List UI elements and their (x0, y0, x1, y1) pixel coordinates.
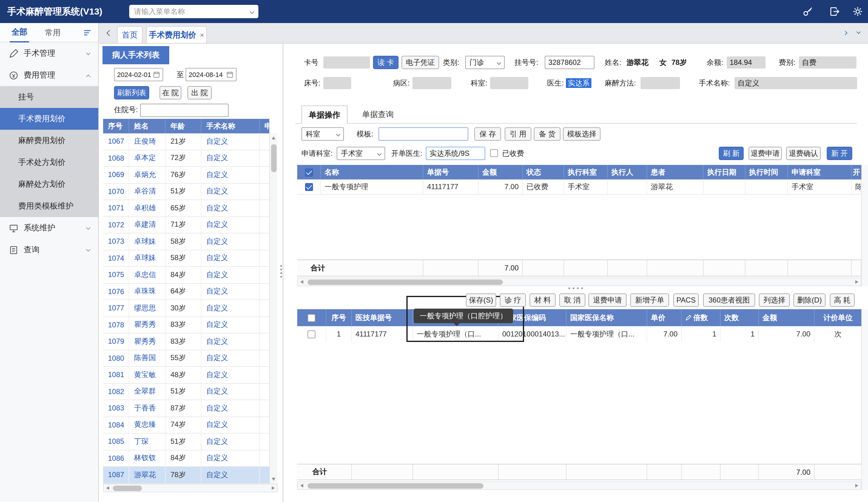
patient-cell-name[interactable]: 于香香 (129, 400, 166, 416)
in-hospital-button[interactable]: 在 院 (159, 86, 182, 100)
ward-input[interactable] (412, 77, 451, 89)
patient-vertical-scrollbar[interactable] (269, 133, 277, 484)
patient-cell-age[interactable]: 51岁 (166, 184, 202, 199)
column-header-amount[interactable]: 金额 (759, 309, 815, 326)
scrollbar-thumb[interactable] (113, 485, 142, 491)
patient-cell-age[interactable]: 83岁 (166, 333, 202, 349)
column-header-seq[interactable]: 序号 (326, 309, 352, 326)
column-header-status[interactable]: 状态 (523, 165, 564, 179)
patient-cell-surg[interactable]: 自定义 (202, 317, 260, 333)
refund-apply-button[interactable]: 退费申请 (748, 147, 782, 160)
patient-cell-seq[interactable]: 1067 (103, 133, 129, 149)
bed-no-input[interactable] (323, 77, 351, 89)
patient-cell-name[interactable]: 黄忠臻 (129, 417, 166, 433)
patient-row[interactable]: 1074卓球妹58岁自定义 (103, 250, 269, 267)
patient-cell-age[interactable]: 83岁 (166, 317, 202, 333)
sidebar-tab-all[interactable]: 全部 (10, 23, 29, 42)
delete-button[interactable]: 删除(D) (793, 293, 826, 307)
patient-cell-seq[interactable]: 1081 (103, 367, 129, 383)
patient-row[interactable]: 1086林钗钗84岁自定义 (103, 450, 269, 467)
patient-cell-age[interactable]: 78岁 (166, 467, 202, 483)
cell-amount[interactable]: 7.00 (759, 326, 815, 342)
patient-360-view-button[interactable]: 360患者视图 (703, 293, 755, 307)
patient-cell-surg[interactable]: 自定义 (202, 350, 260, 366)
e-voucher-button[interactable]: 电子凭证 (402, 56, 439, 69)
patient-cell-seq[interactable]: 1086 (103, 450, 129, 466)
key-icon[interactable] (803, 6, 814, 17)
scroll-left-icon[interactable] (300, 280, 303, 284)
patient-row[interactable]: 1082全翠群51岁自定义 (103, 384, 269, 400)
column-header-surgery[interactable]: 手术名称 (202, 119, 260, 133)
column-header-exec-dept[interactable]: 执行科室 (564, 165, 608, 179)
patient-cell-seq[interactable]: 1068 (103, 150, 129, 166)
cell-multiple[interactable]: 1 (682, 326, 721, 342)
patient-cell-seq[interactable]: 1069 (103, 167, 129, 183)
patient-cell-seq[interactable]: 1074 (103, 250, 129, 266)
template-input[interactable] (379, 127, 468, 141)
refund-apply-detail-button[interactable]: 退费申请 (588, 293, 627, 307)
column-header-unit[interactable]: 计价单位 (815, 309, 861, 326)
exit-icon[interactable] (829, 6, 840, 17)
select-all-cell[interactable] (297, 165, 321, 179)
order-table-vertical-scrollbar[interactable] (861, 165, 868, 286)
cell-insurance-name[interactable]: 一般专项护理（口... (567, 326, 647, 342)
date-from-input[interactable]: 2024-02-01 (114, 68, 163, 81)
column-header-age[interactable]: 年龄 (166, 119, 202, 133)
patient-cell-surg[interactable]: 自定义 (202, 184, 260, 199)
cell-amount[interactable]: 7.00 (478, 179, 523, 194)
chevron-right-icon[interactable] (843, 31, 847, 35)
apply-dept-select[interactable]: 手术室 (337, 147, 385, 160)
sidebar-item-query[interactable]: 查询 (0, 239, 98, 261)
patient-cell-surg[interactable]: 自定义 (202, 417, 260, 433)
patient-cell-age[interactable]: 72岁 (166, 150, 202, 166)
column-header-patient[interactable]: 患者 (647, 165, 704, 179)
cell-name[interactable]: 一般专项护理 (321, 179, 423, 194)
patient-cell-surg[interactable]: 自定义 (202, 250, 260, 266)
row-checkbox[interactable] (305, 183, 313, 191)
patient-cell-seq[interactable]: 1085 (103, 433, 129, 450)
patient-cell-seq[interactable]: 1070 (103, 184, 129, 199)
patient-cell-seq[interactable]: 1083 (103, 400, 129, 416)
patient-row[interactable]: 1078瞿秀秀83岁自定义 (103, 317, 269, 333)
patient-row[interactable]: 1071卓积雄65岁自定义 (103, 200, 269, 217)
scroll-up-icon[interactable] (272, 136, 275, 139)
patient-row[interactable]: 1084黄忠臻74岁自定义 (103, 417, 269, 433)
patient-cell-name[interactable]: 林钗钗 (129, 450, 166, 466)
patient-cell-age[interactable]: 71岁 (166, 217, 202, 233)
patient-row[interactable]: 1087游翠花78岁自定义 (103, 467, 269, 483)
column-header-name[interactable]: 名称 (321, 165, 423, 179)
patient-cell-name[interactable]: 丁琛 (129, 433, 166, 450)
sidebar-item-fee-template-maintenance[interactable]: 费用类模板维护 (0, 195, 98, 217)
admission-no-input[interactable] (140, 104, 229, 117)
patient-row[interactable]: 1081黄宝敏48岁自定义 (103, 367, 269, 384)
sidebar-tab-common[interactable]: 常用 (45, 27, 61, 38)
patient-cell-name[interactable]: 瞿秀秀 (129, 333, 166, 349)
scrollbar-thumb[interactable] (271, 144, 277, 172)
column-header-apply-dept[interactable]: 申请科室 (788, 165, 851, 179)
anesthesia-method-input[interactable] (641, 77, 680, 89)
patient-cell-name[interactable]: 卓忠信 (129, 267, 166, 283)
scroll-right-icon[interactable] (272, 486, 275, 490)
patient-cell-name[interactable]: 缪思思 (129, 300, 166, 316)
patient-cell-seq[interactable]: 1071 (103, 200, 129, 216)
patient-row[interactable]: 1083于香香87岁自定义 (103, 400, 269, 417)
patient-cell-name[interactable]: 卓积雄 (129, 200, 166, 216)
gear-icon[interactable] (852, 6, 863, 17)
surgery-name-input[interactable]: 自定义 (735, 77, 857, 89)
patient-cell-surg[interactable]: 自定义 (202, 384, 260, 399)
patient-cell-surg[interactable]: 自定义 (202, 433, 260, 450)
column-header-doc-no[interactable]: 单据号 (423, 165, 478, 179)
patient-cell-seq[interactable]: 1075 (103, 267, 129, 283)
stock-button[interactable]: 备 货 (534, 127, 560, 141)
cell-tech-doc-no[interactable]: 41117177 (352, 326, 413, 342)
patient-row[interactable]: 1070卓谷清51岁自定义 (103, 184, 269, 200)
patient-cell-surg[interactable]: 自定义 (202, 267, 260, 283)
column-header-tech-doc-no[interactable]: 医技单据号 (352, 309, 413, 326)
column-select-button[interactable]: 列选择 (759, 293, 790, 307)
material-button[interactable]: 材 料 (529, 293, 556, 307)
section-splitter-handle[interactable] (568, 287, 583, 289)
cite-button[interactable]: 引 用 (505, 127, 531, 141)
column-header-multiple[interactable]: 倍数 (682, 309, 721, 326)
row-checkbox[interactable] (308, 330, 316, 338)
template-select-button[interactable]: 模板选择 (563, 127, 600, 141)
